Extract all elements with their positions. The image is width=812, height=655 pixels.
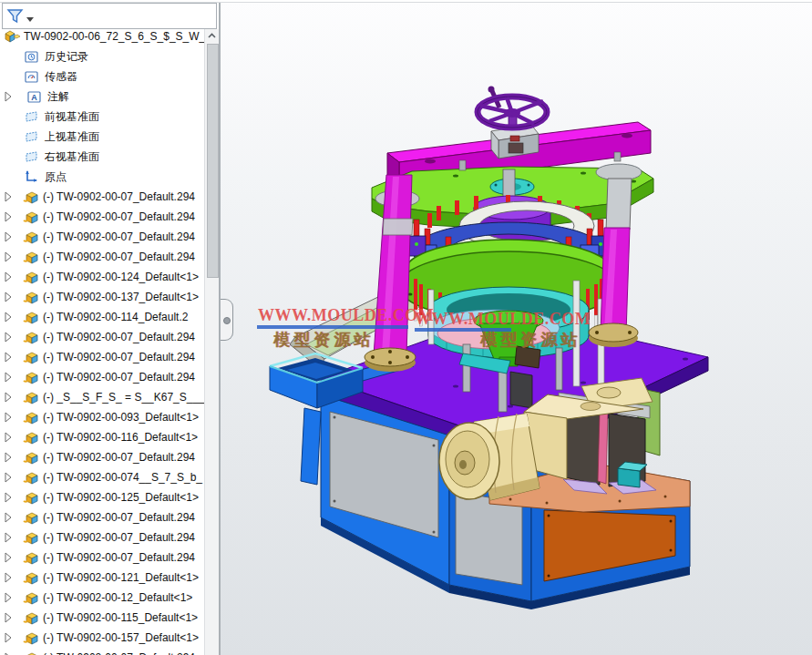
- assembly-icon: [3, 29, 20, 44]
- part-icon: [22, 330, 39, 344]
- chevron-right-icon[interactable]: [3, 310, 13, 324]
- tree-component[interactable]: (-) TW-0902-00-07_Default.294: [0, 648, 204, 655]
- chevron-right-icon[interactable]: [3, 390, 13, 404]
- part-icon: [22, 510, 39, 525]
- part-icon: [22, 410, 39, 425]
- part-icon: [22, 250, 39, 264]
- watermark-text: WWW.MOULDE.COM: [415, 310, 591, 329]
- funnel-icon[interactable]: [6, 7, 25, 26]
- part-icon: [22, 570, 39, 585]
- chevron-right-icon[interactable]: [3, 590, 13, 605]
- tree-root-assembly[interactable]: TW-0902-00-06_72_S_6_S_$_S_W_S: [0, 26, 204, 46]
- tree-component[interactable]: (-) TW-0902-00-07_Default.294: [0, 327, 204, 347]
- chevron-right-icon[interactable]: [3, 550, 13, 565]
- tree-component[interactable]: (-) TW-0902-00-07_Default.294: [0, 187, 204, 207]
- history-folder-icon: [24, 49, 41, 64]
- tree-item-origin[interactable]: 原点: [0, 167, 204, 187]
- part-icon: [22, 590, 39, 605]
- tree-component[interactable]: (-) TW-0902-00-07_Default.294: [0, 527, 204, 548]
- scrollbar-thumb[interactable]: [207, 44, 219, 278]
- origin-icon: [24, 169, 41, 184]
- part-icon: [22, 650, 39, 655]
- part-icon: [22, 470, 39, 485]
- part-icon: [22, 430, 39, 445]
- chevron-right-icon[interactable]: [3, 350, 13, 364]
- tree-item-history[interactable]: 历史记录: [0, 46, 204, 67]
- tree-item-annotations[interactable]: 注解: [0, 87, 204, 107]
- chevron-right-icon[interactable]: [3, 290, 13, 304]
- chevron-right-icon[interactable]: [3, 570, 13, 585]
- tree-component[interactable]: (-) TW-0902-00-114_Default.2: [0, 307, 204, 327]
- chevron-right-icon[interactable]: [3, 89, 13, 104]
- right-column-sleeve: [606, 179, 632, 230]
- panel-splitter-handle[interactable]: [221, 299, 233, 341]
- tree-component[interactable]: (-) TW-0902-00-116_Default<1>: [0, 427, 204, 447]
- part-icon: [22, 490, 39, 505]
- tree-component[interactable]: (-) TW-0902-00-07_Default.294: [0, 447, 204, 467]
- tree-component[interactable]: (-) TW-0902-00-07_Default.294: [0, 207, 204, 227]
- tree-component[interactable]: (-) TW-0902-00-124_Default<1>: [0, 267, 204, 287]
- tree-root-label: TW-0902-00-06_72_S_6_S_$_S_W_S: [24, 30, 204, 43]
- part-icon: [22, 230, 39, 244]
- tree-component[interactable]: (-) TW-0902-00-07_Default.294: [0, 507, 204, 527]
- chevron-right-icon[interactable]: [3, 210, 13, 224]
- chevron-right-icon[interactable]: [3, 370, 13, 384]
- chevron-right-icon[interactable]: [3, 430, 13, 445]
- chevron-right-icon[interactable]: [3, 189, 13, 204]
- chevron-right-icon[interactable]: [3, 450, 13, 465]
- chevron-right-icon[interactable]: [3, 470, 13, 485]
- tree-component[interactable]: (-) TW-0902-00-074__S_7_S_b_: [0, 467, 204, 487]
- plane-icon: [24, 109, 41, 124]
- scroll-up-icon[interactable]: [205, 29, 219, 43]
- feature-tree: TW-0902-00-06_72_S_6_S_$_S_W_S 历史记录 传感器 …: [0, 26, 204, 655]
- tree-item-sensors[interactable]: 传感器: [0, 67, 204, 87]
- tree-item-front-plane[interactable]: 前视基准面: [0, 107, 204, 127]
- part-icon: [22, 370, 39, 384]
- part-icon: [22, 610, 39, 625]
- tree-component[interactable]: (-) TW-0902-00-137_Default<1>: [0, 287, 204, 307]
- tree-component[interactable]: (-) TW-0902-00-07_Default.294: [0, 227, 204, 247]
- filter-dropdown-caret[interactable]: [26, 17, 34, 22]
- tree-component[interactable]: (-) TW-0902-00-07_Default.294: [0, 367, 204, 387]
- chevron-right-icon[interactable]: [3, 410, 13, 425]
- plane-icon: [24, 149, 41, 164]
- tree-component[interactable]: (-) TW-0902-00-07_Default.294: [0, 247, 204, 267]
- chevron-right-icon[interactable]: [3, 330, 13, 344]
- chevron-right-icon[interactable]: [3, 530, 13, 545]
- chevron-right-icon[interactable]: [3, 270, 13, 284]
- plane-icon: [24, 129, 41, 144]
- annotations-folder-icon: [26, 89, 44, 104]
- part-icon: [22, 530, 39, 545]
- watermark-text: WWW.MOULDE.COM: [258, 306, 434, 325]
- tree-component[interactable]: (-) TW-0902-00-115_Default<1>: [0, 608, 204, 628]
- tree-item-right-plane[interactable]: 右视基准面: [0, 147, 204, 167]
- part-icon: [22, 450, 39, 465]
- part-icon: [22, 390, 39, 404]
- tree-component[interactable]: (-) TW-0902-00-07_Default.294: [0, 347, 204, 367]
- chevron-right-icon[interactable]: [3, 250, 13, 264]
- tree-component[interactable]: (-) TW-0902-00-07_Default.294: [0, 548, 204, 568]
- part-icon: [22, 210, 39, 224]
- watermark-cn-text: 模型资源站: [273, 329, 374, 351]
- tree-component[interactable]: (-) TW-0902-00-125_Default<1>: [0, 487, 204, 507]
- 3d-viewport[interactable]: WWW.MOULDE.COM 模型资源站 WWW.MOULDE.COM 模型资源…: [221, 0, 812, 655]
- top-border: [0, 0, 812, 3]
- tree-scrollbar[interactable]: [204, 29, 219, 655]
- tree-component[interactable]: (-) TW-0902-00-157_Default<1>: [0, 628, 204, 648]
- chevron-right-icon[interactable]: [3, 490, 13, 505]
- tree-filter-input[interactable]: [2, 3, 217, 29]
- chevron-right-icon[interactable]: [3, 630, 13, 645]
- part-icon: [22, 290, 39, 304]
- chevron-right-icon[interactable]: [3, 510, 13, 525]
- chevron-right-icon[interactable]: [3, 650, 13, 655]
- chevron-right-icon[interactable]: [3, 230, 13, 244]
- chevron-right-icon[interactable]: [3, 610, 13, 625]
- tree-component[interactable]: (-) TW-0902-00-121_Default<1>: [0, 568, 204, 588]
- tree-component[interactable]: (-) TW-0902-00-12_Default<1>: [0, 588, 204, 608]
- tree-component[interactable]: (-) TW-0902-00-093_Default<1>: [0, 407, 204, 427]
- feature-manager-panel: TW-0902-00-06_72_S_6_S_$_S_W_S 历史记录 传感器 …: [0, 0, 219, 655]
- sensors-folder-icon: [24, 69, 41, 84]
- tree-item-top-plane[interactable]: 上视基准面: [0, 127, 204, 147]
- solidworks-window: TW-0902-00-06_72_S_6_S_$_S_W_S 历史记录 传感器 …: [0, 0, 812, 655]
- tree-component[interactable]: (-) _S__S_F_S_ = S__K67_S___S_u: [0, 387, 204, 407]
